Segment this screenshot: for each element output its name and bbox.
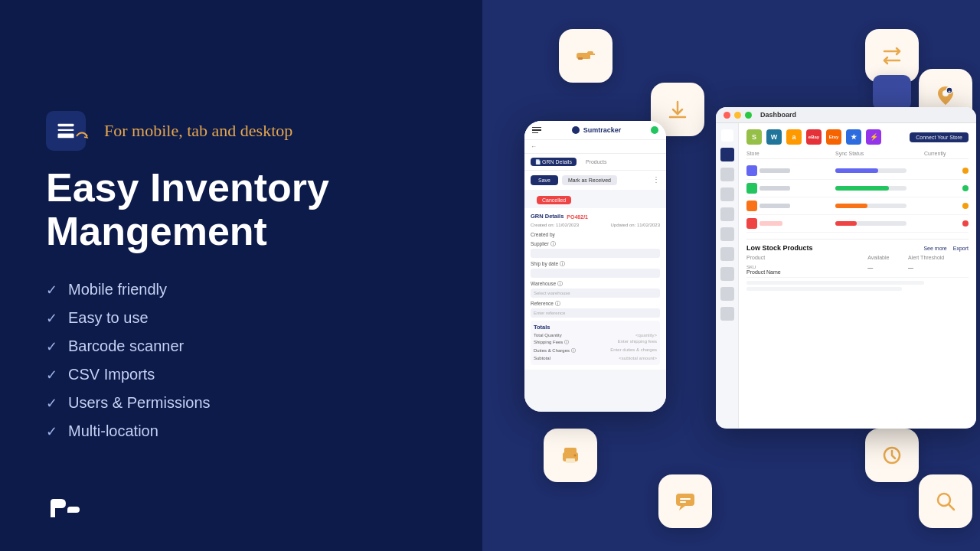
locpin-svg: + [933,83,958,108]
phone-back-nav: ← [524,140,666,154]
bottom-logo [46,496,80,523]
status-0 [924,168,969,174]
window-dot-green [745,112,752,119]
phone-logo-svg [571,126,580,135]
ls-row-0: SKU Product Name — — [746,262,969,278]
sync-fill-2 [835,204,867,208]
desktop-sidebar-dashboard[interactable] [720,148,734,161]
svg-rect-17 [680,498,691,500]
col-currently: Currently [924,151,969,156]
search-icon-float [919,474,972,528]
arrow-icon [74,127,92,145]
store-name-1 [746,183,835,194]
store-name-0 [746,165,835,176]
phone-updated-date: Updated on: 11/02/2023 [611,223,660,227]
desktop-title: Dashboard [760,111,796,119]
svg-point-14 [574,455,577,457]
heading-line2: Mangement [46,209,267,253]
search-svg [933,489,958,514]
platform-amazon: a [786,129,802,145]
feature-item: ✓Users & Permissions [46,394,436,412]
print-svg [558,443,583,468]
phone-tab-grn-label: GRN Details [542,159,572,165]
svg-text:+: + [948,89,951,93]
col-sync: Sync Status [835,151,924,156]
handwritten-area: For mobile, tab and desktop [96,121,292,141]
sync-bar-3 [835,221,906,226]
sync-bar-0 [835,168,906,173]
platform-shopify: S [746,129,762,145]
desktop-sidebar-icon-3[interactable] [720,207,734,221]
swap-svg [880,44,904,68]
svg-rect-5 [589,54,590,59]
phone-tab-products[interactable]: Products [581,158,612,166]
desktop-titlebar: Dashboard [716,107,976,123]
window-dot-red [724,112,730,119]
store-label-bar-2 [760,204,790,208]
phone-mark-btn[interactable]: Mark as Received [562,175,617,185]
phone-date-row: Created on: 11/02/2023 Updated on: 11/02… [531,223,660,227]
top-label-area: For mobile, tab and desktop [46,111,436,151]
phone-field-ref: Reference ⓘ Enter reference [531,301,660,318]
chat-icon-float [658,474,712,528]
phone-total-qty: Total Quantity <quantity> [534,333,657,337]
print-icon-float [544,429,597,482]
low-stock-section: Low Stock Products See more Export Produ… [746,239,969,294]
history-svg [880,443,904,468]
window-dot-yellow [734,112,741,119]
phone-field-shipby-input [531,269,660,278]
handwritten-label: For mobile, tab and desktop [104,121,292,140]
phone-section-title: GRN Details [531,213,564,220]
desktop-platform-row: S W a eBay Etsy ★ ⚡ Connect Your Store [746,129,969,145]
desktop-sidebar-icon-5[interactable] [720,247,734,261]
store-row-1 [746,180,969,197]
check-icon: ✓ [46,395,57,412]
square-blue-float [873,75,911,110]
svg-rect-2 [58,133,74,138]
feature-label: Users & Permissions [68,394,211,412]
phone-total-subtotal: Subtotal <subtotal amount> [534,356,657,360]
ls-export[interactable]: Export [953,246,969,251]
desktop-sidebar-icon-1[interactable] [720,168,734,181]
desktop-sidebar-icon-6[interactable] [720,267,734,281]
status-dot-1 [962,185,969,191]
feature-item: ✓Barcode scanner [46,337,436,355]
phone-created-by: Created by [531,232,660,237]
phone-mockup: Sumtracker ← 📄 GRN Details Products Save… [524,121,666,412]
gun-svg [573,44,598,68]
phone-save-btn[interactable]: Save [531,175,558,185]
phone-totals: Totals Total Quantity <quantity> Shippin… [531,321,660,365]
phone-brand-text: Sumtracker [583,126,622,134]
phone-field-ref-label: Reference ⓘ [531,301,660,308]
feature-label: Multi-location [68,422,158,440]
connect-store-btn[interactable]: Connect Your Store [910,132,969,142]
phone-field-supplier: Supplier ⓘ [531,241,660,258]
phone-tab-grn[interactable]: 📄 GRN Details [531,158,577,166]
status-dot-3 [962,220,969,227]
features-list: ✓Mobile friendly✓Easy to use✓Barcode sca… [46,281,436,440]
svg-rect-6 [578,57,583,60]
phone-more-btn[interactable]: ⋮ [652,175,660,185]
phone-tab-products-label: Products [586,159,607,165]
ls-name-0: Product Name [746,269,867,275]
ls-available-0: — [867,265,908,275]
platform-bolt: ⚡ [866,129,881,145]
check-icon: ✓ [46,367,57,383]
svg-rect-13 [566,458,575,463]
check-icon: ✓ [46,423,57,440]
svg-point-20 [572,126,580,134]
ls-links: See more Export [923,246,969,251]
ls-table-header: Product Available Alert Threshold [746,255,969,260]
desktop-sidebar-icon-2[interactable] [720,187,734,201]
store-label-bar-0 [760,168,790,173]
ls-col-product: Product [746,255,867,260]
desktop-sidebar-icon-4[interactable] [720,227,734,241]
status-1 [924,185,969,191]
ls-see-more[interactable]: See more [923,246,946,251]
desktop-sidebar-icon-7[interactable] [720,287,734,301]
feature-item: ✓Easy to use [46,309,436,327]
chat-svg [673,489,697,514]
phone-status-dot [651,126,658,134]
desktop-sidebar-icon-8[interactable] [720,307,734,321]
store-label-bar-3 [760,221,782,226]
